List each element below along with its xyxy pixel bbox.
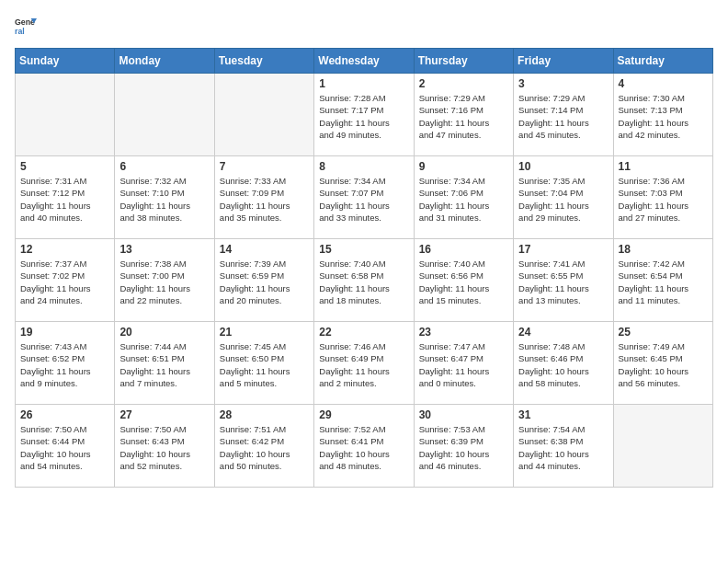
day-number: 14	[220, 243, 309, 256]
day-info: Sunrise: 7:46 AM Sunset: 6:49 PM Dayligh…	[319, 340, 408, 389]
day-number: 11	[619, 160, 708, 173]
day-info: Sunrise: 7:37 AM Sunset: 7:02 PM Dayligh…	[20, 258, 109, 306]
calendar-day-cell: 23Sunrise: 7:47 AM Sunset: 6:47 PM Dayli…	[414, 322, 513, 405]
day-number: 3	[518, 77, 608, 90]
calendar-day-cell: 31Sunrise: 7:54 AM Sunset: 6:38 PM Dayli…	[514, 405, 613, 488]
day-info: Sunrise: 7:28 AM Sunset: 7:17 PM Dayligh…	[319, 92, 408, 141]
calendar-day-cell: 18Sunrise: 7:42 AM Sunset: 6:54 PM Dayli…	[613, 239, 712, 322]
day-info: Sunrise: 7:41 AM Sunset: 6:55 PM Dayligh…	[518, 258, 608, 306]
day-number: 22	[319, 326, 408, 339]
day-info: Sunrise: 7:49 AM Sunset: 6:45 PM Dayligh…	[619, 340, 708, 389]
day-number: 7	[220, 160, 309, 173]
calendar-week-row: 5Sunrise: 7:31 AM Sunset: 7:12 PM Daylig…	[16, 156, 713, 239]
day-number: 10	[518, 160, 608, 173]
logo-icon: Gene ral	[15, 15, 37, 37]
calendar-day-cell: 8Sunrise: 7:34 AM Sunset: 7:07 PM Daylig…	[314, 156, 414, 239]
header-day-wednesday: Wednesday	[314, 49, 414, 74]
day-info: Sunrise: 7:53 AM Sunset: 6:39 PM Dayligh…	[419, 423, 508, 472]
logo: Gene ral	[15, 15, 40, 37]
calendar-day-cell: 26Sunrise: 7:50 AM Sunset: 6:44 PM Dayli…	[16, 405, 115, 488]
header-day-sunday: Sunday	[16, 49, 115, 74]
calendar-day-cell: 17Sunrise: 7:41 AM Sunset: 6:55 PM Dayli…	[514, 239, 613, 322]
calendar-day-cell: 20Sunrise: 7:44 AM Sunset: 6:51 PM Dayli…	[115, 322, 214, 405]
day-number: 23	[419, 326, 508, 339]
day-info: Sunrise: 7:29 AM Sunset: 7:14 PM Dayligh…	[518, 92, 608, 141]
day-info: Sunrise: 7:36 AM Sunset: 7:03 PM Dayligh…	[619, 175, 708, 224]
day-number: 13	[119, 243, 209, 256]
day-info: Sunrise: 7:35 AM Sunset: 7:04 PM Dayligh…	[518, 175, 608, 224]
day-info: Sunrise: 7:31 AM Sunset: 7:12 PM Dayligh…	[20, 175, 109, 224]
calendar-day-cell: 10Sunrise: 7:35 AM Sunset: 7:04 PM Dayli…	[514, 156, 613, 239]
day-info: Sunrise: 7:43 AM Sunset: 6:52 PM Dayligh…	[20, 340, 109, 389]
day-number: 19	[20, 326, 109, 339]
day-number: 29	[319, 408, 408, 421]
calendar-day-cell: 27Sunrise: 7:50 AM Sunset: 6:43 PM Dayli…	[115, 405, 214, 488]
calendar-day-cell: 30Sunrise: 7:53 AM Sunset: 6:39 PM Dayli…	[414, 405, 513, 488]
calendar-day-cell	[214, 74, 313, 156]
header-day-friday: Friday	[514, 49, 613, 74]
calendar-header-row: SundayMondayTuesdayWednesdayThursdayFrid…	[16, 49, 713, 74]
day-number: 21	[220, 326, 309, 339]
calendar-day-cell: 28Sunrise: 7:51 AM Sunset: 6:42 PM Dayli…	[214, 405, 313, 488]
calendar-week-row: 1Sunrise: 7:28 AM Sunset: 7:17 PM Daylig…	[16, 74, 713, 156]
calendar-day-cell: 15Sunrise: 7:40 AM Sunset: 6:58 PM Dayli…	[314, 239, 414, 322]
day-info: Sunrise: 7:52 AM Sunset: 6:41 PM Dayligh…	[319, 423, 408, 472]
calendar-day-cell: 1Sunrise: 7:28 AM Sunset: 7:17 PM Daylig…	[314, 74, 414, 156]
day-info: Sunrise: 7:34 AM Sunset: 7:06 PM Dayligh…	[419, 175, 508, 224]
day-number: 30	[419, 408, 508, 421]
calendar-day-cell: 16Sunrise: 7:40 AM Sunset: 6:56 PM Dayli…	[414, 239, 513, 322]
day-number: 12	[20, 243, 109, 256]
calendar-day-cell: 3Sunrise: 7:29 AM Sunset: 7:14 PM Daylig…	[514, 74, 613, 156]
day-info: Sunrise: 7:40 AM Sunset: 6:58 PM Dayligh…	[319, 258, 408, 306]
calendar-week-row: 19Sunrise: 7:43 AM Sunset: 6:52 PM Dayli…	[16, 322, 713, 405]
day-info: Sunrise: 7:45 AM Sunset: 6:50 PM Dayligh…	[220, 340, 309, 389]
header-day-tuesday: Tuesday	[214, 49, 313, 74]
calendar-day-cell: 4Sunrise: 7:30 AM Sunset: 7:13 PM Daylig…	[613, 74, 712, 156]
calendar-day-cell: 29Sunrise: 7:52 AM Sunset: 6:41 PM Dayli…	[314, 405, 414, 488]
day-number: 18	[619, 243, 708, 256]
day-info: Sunrise: 7:33 AM Sunset: 7:09 PM Dayligh…	[220, 175, 309, 224]
day-number: 28	[220, 408, 309, 421]
day-number: 1	[319, 77, 408, 90]
day-number: 26	[20, 408, 109, 421]
header: Gene ral	[15, 15, 713, 37]
day-info: Sunrise: 7:42 AM Sunset: 6:54 PM Dayligh…	[619, 258, 708, 306]
calendar-table: SundayMondayTuesdayWednesdayThursdayFrid…	[15, 48, 713, 488]
calendar-day-cell: 19Sunrise: 7:43 AM Sunset: 6:52 PM Dayli…	[16, 322, 115, 405]
calendar-day-cell: 5Sunrise: 7:31 AM Sunset: 7:12 PM Daylig…	[16, 156, 115, 239]
day-number: 16	[419, 243, 508, 256]
calendar-day-cell	[613, 405, 712, 488]
calendar-day-cell	[115, 74, 214, 156]
day-number: 15	[319, 243, 408, 256]
day-number: 2	[419, 77, 508, 90]
calendar-day-cell: 24Sunrise: 7:48 AM Sunset: 6:46 PM Dayli…	[514, 322, 613, 405]
day-info: Sunrise: 7:50 AM Sunset: 6:44 PM Dayligh…	[20, 423, 109, 472]
day-info: Sunrise: 7:32 AM Sunset: 7:10 PM Dayligh…	[119, 175, 209, 224]
calendar-day-cell: 21Sunrise: 7:45 AM Sunset: 6:50 PM Dayli…	[214, 322, 313, 405]
day-number: 6	[119, 160, 209, 173]
header-day-thursday: Thursday	[414, 49, 513, 74]
header-day-monday: Monday	[115, 49, 214, 74]
day-info: Sunrise: 7:47 AM Sunset: 6:47 PM Dayligh…	[419, 340, 508, 389]
day-info: Sunrise: 7:40 AM Sunset: 6:56 PM Dayligh…	[419, 258, 508, 306]
day-info: Sunrise: 7:54 AM Sunset: 6:38 PM Dayligh…	[518, 423, 608, 472]
day-number: 27	[119, 408, 209, 421]
calendar-day-cell: 14Sunrise: 7:39 AM Sunset: 6:59 PM Dayli…	[214, 239, 313, 322]
day-number: 8	[319, 160, 408, 173]
day-info: Sunrise: 7:34 AM Sunset: 7:07 PM Dayligh…	[319, 175, 408, 224]
day-number: 9	[419, 160, 508, 173]
day-number: 24	[518, 326, 608, 339]
calendar-week-row: 12Sunrise: 7:37 AM Sunset: 7:02 PM Dayli…	[16, 239, 713, 322]
calendar-day-cell: 25Sunrise: 7:49 AM Sunset: 6:45 PM Dayli…	[613, 322, 712, 405]
calendar-day-cell: 7Sunrise: 7:33 AM Sunset: 7:09 PM Daylig…	[214, 156, 313, 239]
day-info: Sunrise: 7:50 AM Sunset: 6:43 PM Dayligh…	[119, 423, 209, 472]
calendar-day-cell	[16, 74, 115, 156]
calendar-day-cell: 2Sunrise: 7:29 AM Sunset: 7:16 PM Daylig…	[414, 74, 513, 156]
calendar-day-cell: 6Sunrise: 7:32 AM Sunset: 7:10 PM Daylig…	[115, 156, 214, 239]
day-info: Sunrise: 7:51 AM Sunset: 6:42 PM Dayligh…	[220, 423, 309, 472]
calendar-day-cell: 13Sunrise: 7:38 AM Sunset: 7:00 PM Dayli…	[115, 239, 214, 322]
header-day-saturday: Saturday	[613, 49, 712, 74]
day-info: Sunrise: 7:38 AM Sunset: 7:00 PM Dayligh…	[119, 258, 209, 306]
day-number: 31	[518, 408, 608, 421]
day-info: Sunrise: 7:44 AM Sunset: 6:51 PM Dayligh…	[119, 340, 209, 389]
